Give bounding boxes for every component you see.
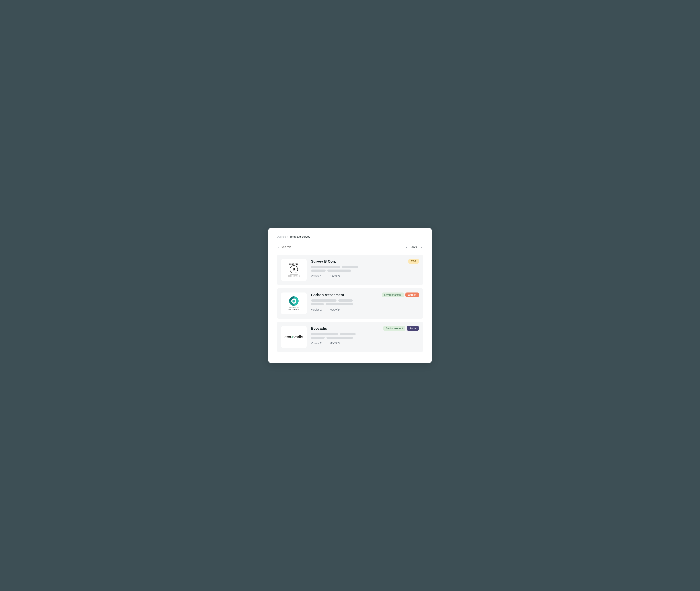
survey-header: Survey B Corp ESG <box>311 259 419 264</box>
tag-carbon: Carbon <box>405 292 419 297</box>
survey-header: Evocadis Environnement Social <box>311 326 419 331</box>
survey-date: 09/09/24 <box>330 308 340 311</box>
tag-group: Environnement Social <box>383 326 419 331</box>
survey-logo-ghg: GREENHOUSEGAS PROTOCOL <box>281 292 307 314</box>
tag-social: Social <box>407 326 419 331</box>
year-prev-button[interactable]: ‹ <box>405 245 408 250</box>
search-icon: ⌕ <box>277 245 279 249</box>
breadcrumb-separator: › <box>288 235 289 238</box>
breadcrumb-parent[interactable]: Definse <box>277 235 286 238</box>
breadcrumb-current: Template Survey <box>290 235 310 238</box>
survey-version: Version 1 <box>311 275 322 277</box>
search-row: ⌕ ‹ 2024 › <box>277 245 423 250</box>
skeleton-lines <box>311 300 419 305</box>
survey-list: Certified B Corporation Survey B Corp ES… <box>277 255 423 352</box>
survey-meta: Version 1 14/09/24 <box>311 275 419 277</box>
survey-item[interactable]: eco●vadis Evocadis Environnement Social <box>277 322 423 352</box>
tag-environnement: Environnement <box>382 292 404 297</box>
survey-item[interactable]: GREENHOUSEGAS PROTOCOL Carbon Assesment … <box>277 288 423 319</box>
survey-version: Version 2 <box>311 342 322 345</box>
survey-logo-ecovadis: eco●vadis <box>281 326 307 348</box>
survey-title: Carbon Assesment <box>311 293 344 297</box>
year-label: 2024 <box>411 246 417 249</box>
tag-esg: ESG <box>408 259 419 264</box>
year-nav: ‹ 2024 › <box>405 245 423 250</box>
tag-environnement: Environnement <box>383 326 405 331</box>
survey-version: Version 2 <box>311 308 322 311</box>
search-bar: ⌕ <box>277 245 405 249</box>
skeleton-lines <box>311 266 419 272</box>
tag-group: ESG <box>408 259 419 264</box>
survey-meta: Version 2 09/09/24 <box>311 308 419 311</box>
survey-date: 14/09/24 <box>330 275 340 277</box>
survey-date: 09/09/24 <box>330 342 340 345</box>
survey-title: Survey B Corp <box>311 259 336 264</box>
search-input[interactable] <box>281 245 335 249</box>
survey-title: Evocadis <box>311 326 327 331</box>
year-next-button[interactable]: › <box>420 245 423 250</box>
survey-logo-bcorp: Certified B Corporation <box>281 259 307 281</box>
breadcrumb: Definse › Template Survey <box>277 235 423 238</box>
survey-content: Evocadis Environnement Social <box>311 326 419 345</box>
skeleton-lines <box>311 333 419 339</box>
main-card: Definse › Template Survey ⌕ ‹ 2024 › Cer… <box>268 228 432 363</box>
survey-content: Survey B Corp ESG Versio <box>311 259 419 277</box>
survey-item[interactable]: Certified B Corporation Survey B Corp ES… <box>277 255 423 285</box>
survey-content: Carbon Assesment Environnement Carbon <box>311 292 419 311</box>
survey-meta: Version 2 09/09/24 <box>311 342 419 345</box>
survey-header: Carbon Assesment Environnement Carbon <box>311 292 419 297</box>
tag-group: Environnement Carbon <box>382 292 419 297</box>
